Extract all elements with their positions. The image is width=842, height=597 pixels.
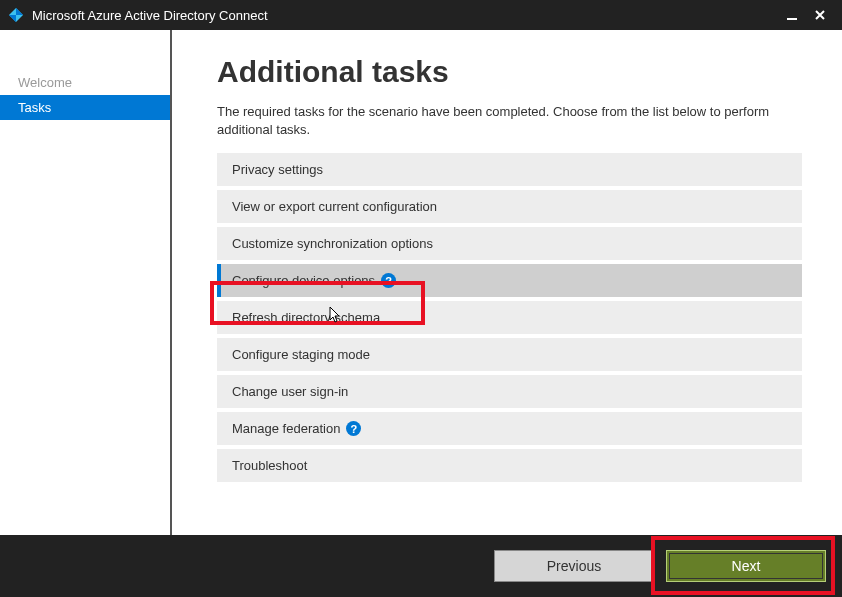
previous-button[interactable]: Previous bbox=[494, 550, 654, 582]
task-item-label: Troubleshoot bbox=[232, 458, 307, 473]
task-item[interactable]: View or export current configuration bbox=[217, 190, 802, 223]
task-item[interactable]: Refresh directory schema bbox=[217, 301, 802, 334]
task-list: Privacy settingsView or export current c… bbox=[217, 153, 802, 482]
sidebar-item-welcome[interactable]: Welcome bbox=[0, 70, 170, 95]
task-item[interactable]: Customize synchronization options bbox=[217, 227, 802, 260]
task-item-label: Refresh directory schema bbox=[232, 310, 380, 325]
task-item-label: Configure staging mode bbox=[232, 347, 370, 362]
svg-marker-2 bbox=[9, 15, 16, 22]
task-item[interactable]: Privacy settings bbox=[217, 153, 802, 186]
minimize-button[interactable] bbox=[778, 0, 806, 30]
task-item-label: Manage federation bbox=[232, 421, 340, 436]
content: Additional tasks The required tasks for … bbox=[172, 30, 842, 535]
page-title: Additional tasks bbox=[217, 55, 802, 89]
footer: Previous Next bbox=[0, 535, 842, 597]
help-icon[interactable]: ? bbox=[381, 273, 396, 288]
close-button[interactable] bbox=[806, 0, 834, 30]
titlebar: Microsoft Azure Active Directory Connect bbox=[0, 0, 842, 30]
task-item[interactable]: Change user sign-in bbox=[217, 375, 802, 408]
task-item[interactable]: Manage federation? bbox=[217, 412, 802, 445]
task-item-label: Customize synchronization options bbox=[232, 236, 433, 251]
task-item[interactable]: Configure device options? bbox=[217, 264, 802, 297]
main-area: WelcomeTasks Additional tasks The requir… bbox=[0, 30, 842, 535]
sidebar: WelcomeTasks bbox=[0, 30, 172, 535]
next-button[interactable]: Next bbox=[666, 550, 826, 582]
window-title: Microsoft Azure Active Directory Connect bbox=[32, 8, 268, 23]
svg-rect-3 bbox=[787, 18, 797, 20]
task-item-label: Configure device options bbox=[232, 273, 375, 288]
sidebar-item-tasks[interactable]: Tasks bbox=[0, 95, 170, 120]
task-item-label: View or export current configuration bbox=[232, 199, 437, 214]
task-item[interactable]: Troubleshoot bbox=[217, 449, 802, 482]
svg-marker-1 bbox=[16, 8, 23, 15]
azure-logo-icon bbox=[8, 7, 24, 23]
task-item[interactable]: Configure staging mode bbox=[217, 338, 802, 371]
task-item-label: Privacy settings bbox=[232, 162, 323, 177]
task-item-label: Change user sign-in bbox=[232, 384, 348, 399]
help-icon[interactable]: ? bbox=[346, 421, 361, 436]
page-description: The required tasks for the scenario have… bbox=[217, 103, 802, 139]
